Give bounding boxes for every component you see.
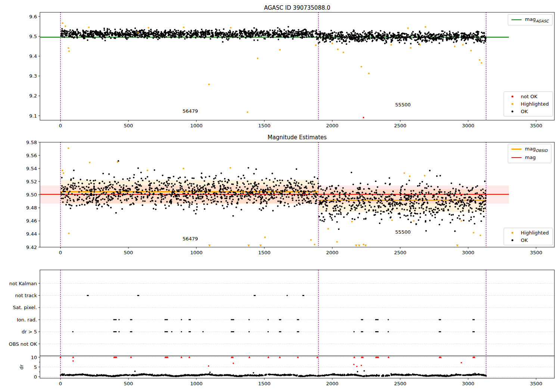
data-point (476, 35, 477, 37)
data-point (223, 28, 224, 30)
data-point (303, 34, 304, 35)
data-point (249, 195, 250, 196)
data-point (248, 198, 249, 200)
data-point (331, 40, 333, 41)
data-point (483, 35, 485, 36)
data-point (485, 36, 486, 38)
data-point (337, 199, 338, 201)
data-point (446, 35, 447, 37)
data-point (413, 203, 415, 205)
data-point (215, 374, 216, 376)
data-point (163, 33, 164, 35)
data-point (462, 210, 463, 212)
data-point (449, 206, 451, 207)
data-point (320, 219, 321, 221)
data-point (203, 200, 205, 202)
data-point (236, 181, 238, 183)
data-point (66, 202, 68, 203)
data-point (213, 181, 214, 182)
data-point (212, 199, 214, 200)
data-point (335, 208, 336, 209)
data-point (257, 57, 258, 59)
data-point (161, 193, 162, 195)
data-point (287, 185, 289, 186)
data-point (218, 181, 219, 183)
data-point (113, 192, 115, 194)
data-point (366, 211, 367, 213)
data-point (455, 188, 457, 190)
data-point (382, 194, 383, 195)
data-point (97, 32, 99, 34)
data-point (454, 206, 456, 208)
data-point (74, 187, 76, 189)
data-point (88, 187, 90, 188)
data-point (265, 189, 266, 190)
flag-point (118, 331, 119, 332)
data-point (378, 375, 380, 376)
data-point (173, 176, 174, 177)
data-point (294, 180, 295, 181)
data-point (234, 375, 236, 377)
data-point (232, 184, 234, 185)
data-point (250, 196, 251, 198)
data-point (173, 36, 175, 38)
data-point (241, 376, 243, 377)
y-tick-label: 9.56 (26, 153, 37, 158)
data-point (283, 29, 285, 31)
data-point (351, 32, 352, 34)
data-point (342, 203, 343, 204)
data-point (352, 184, 354, 185)
data-point (248, 194, 249, 195)
data-point (450, 199, 452, 201)
data-point (368, 37, 370, 39)
data-point (187, 32, 188, 34)
data-point (205, 31, 206, 32)
data-point (454, 199, 455, 201)
data-point (305, 200, 306, 202)
data-point (181, 187, 183, 189)
data-point (281, 374, 283, 376)
data-point (239, 186, 240, 188)
data-point (371, 190, 372, 192)
legend-item-ok: OK (507, 109, 549, 114)
data-point (215, 32, 217, 33)
data-point (108, 189, 109, 190)
data-point (290, 36, 292, 37)
data-point (168, 374, 170, 376)
data-point (386, 196, 387, 198)
data-point (248, 31, 249, 32)
data-point (449, 37, 451, 38)
data-point (370, 206, 372, 208)
data-point (123, 184, 124, 186)
data-point (283, 198, 284, 199)
data-point (363, 117, 364, 118)
data-point (439, 37, 440, 39)
data-point (366, 41, 367, 42)
data-point (200, 187, 202, 189)
data-point (410, 200, 411, 202)
data-point (339, 35, 340, 36)
data-point (256, 200, 257, 201)
data-point (408, 34, 409, 36)
data-point (310, 191, 312, 193)
data-point (287, 186, 289, 188)
data-point (77, 195, 78, 196)
data-point (167, 183, 168, 184)
data-point (317, 178, 318, 179)
data-point (419, 44, 421, 46)
data-point (109, 31, 111, 33)
data-point (463, 220, 464, 221)
data-point (456, 40, 458, 41)
data-point (337, 32, 339, 33)
data-point (152, 190, 153, 192)
data-point (158, 194, 159, 195)
flag-point (202, 331, 203, 332)
data-point (452, 188, 454, 189)
data-point (361, 39, 363, 41)
data-point (444, 34, 445, 36)
data-point (125, 193, 127, 195)
data-point (393, 201, 395, 202)
data-point (217, 196, 218, 197)
data-point (425, 33, 426, 35)
data-point (355, 374, 356, 375)
